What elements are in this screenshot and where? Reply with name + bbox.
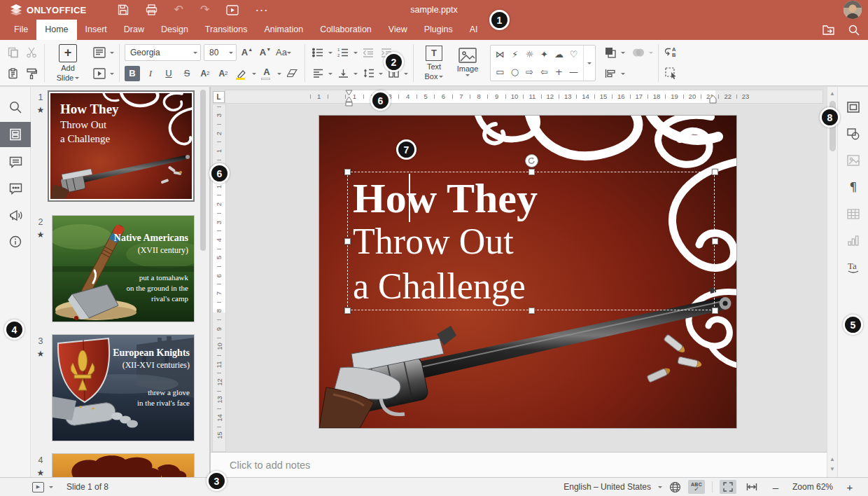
decrease-indent-button[interactable] [360,45,376,60]
numbering-button[interactable]: 12 [335,45,351,60]
replace-text-button[interactable]: AB [664,45,679,60]
tab-collaboration[interactable]: Collaboration [312,20,380,40]
feedback-button[interactable] [0,202,31,228]
merge-shapes-caret[interactable] [649,52,653,56]
tab-home[interactable]: Home [36,20,76,40]
cut-button[interactable] [24,45,39,60]
columns-caret[interactable] [404,73,408,77]
search-icon[interactable] [848,25,860,36]
resize-handle-e[interactable] [712,238,718,244]
right-indent-marker[interactable] [709,95,717,104]
resize-handle-nw[interactable] [344,169,351,175]
chart-settings-button[interactable] [838,228,868,253]
tab-transitions[interactable]: Transitions [197,20,256,40]
slide-thumbnail-2[interactable]: Native Americans (XVII century) put a to… [52,216,194,322]
strikethrough-button[interactable]: S [179,66,195,81]
zoom-level-label[interactable]: Zoom 62% [791,482,834,492]
font-size-select[interactable]: 80 [204,44,237,61]
vertical-align-button[interactable] [335,66,351,81]
preview-caret[interactable] [110,73,114,77]
highlight-color-caret[interactable] [252,73,256,77]
set-language-globe-icon[interactable] [669,481,681,493]
rotation-handle[interactable] [525,154,538,167]
resize-handle-se[interactable] [712,308,718,314]
resize-handle-ne[interactable] [712,169,718,175]
line-spacing-button[interactable] [360,66,376,81]
horizontal-align-button[interactable] [310,66,326,81]
find-button[interactable] [0,95,31,120]
arrange-shape-caret[interactable] [621,52,625,56]
slide-thumbnail-4[interactable] [52,454,194,477]
resize-handle-s[interactable] [528,308,535,314]
shape-gallery-item[interactable]: + [555,67,563,77]
horizontal-align-caret[interactable] [328,73,332,77]
indent-marker[interactable] [345,90,353,107]
line-spacing-caret[interactable] [379,73,383,77]
decrease-font-size-button[interactable]: A▼ [258,45,273,60]
shape-gallery-item[interactable]: ⇨ [526,67,533,77]
select-tool-button[interactable] [664,66,679,81]
highlight-color-button[interactable] [234,66,249,81]
shape-gallery-item[interactable]: — [569,67,578,77]
slide-settings-button[interactable] [838,95,868,120]
change-case-button[interactable]: Aa [276,45,291,60]
tab-stop-selector[interactable]: L [213,91,225,103]
zoom-out-button[interactable]: – [767,480,784,494]
fit-to-width-button[interactable] [743,480,760,494]
more-quick-actions-button[interactable]: ··· [255,5,269,15]
align-shapes-button[interactable] [603,66,618,81]
font-color-button[interactable]: A [259,66,274,81]
text-art-settings-button[interactable]: Ta [838,254,868,280]
redo-button[interactable]: ↷ [200,4,209,15]
resize-handle-n[interactable] [528,169,535,175]
shape-gallery-item[interactable]: ☼ [526,49,534,60]
slide-thumbnail-1[interactable]: How They Throw Out a Challenge [48,90,195,202]
shape-gallery-item[interactable]: ☁ [554,49,564,60]
selected-text-box[interactable] [347,172,715,310]
slide-thumbnail-3[interactable]: European Knights (XII-XVI centuries) thr… [52,335,194,441]
image-settings-button[interactable] [838,148,868,173]
slides-panel-button[interactable] [0,122,31,147]
font-color-caret[interactable] [277,73,281,77]
merge-shapes-button[interactable] [631,45,646,60]
bold-button[interactable]: B [125,66,140,81]
table-settings-button[interactable] [838,201,868,226]
tab-draw[interactable]: Draw [115,20,153,40]
user-avatar[interactable] [844,1,862,19]
tab-design[interactable]: Design [153,20,197,40]
tab-insert[interactable]: Insert [77,20,115,40]
increase-font-size-button[interactable]: A▲ [239,45,255,60]
shape-gallery-item[interactable]: ⚡ [512,49,518,60]
font-name-select[interactable]: Georgia [125,44,201,61]
tab-view[interactable]: View [380,20,416,40]
fit-to-slide-button[interactable] [720,480,736,494]
print-button[interactable] [146,4,158,15]
about-button[interactable] [0,229,31,254]
comments-button[interactable] [0,149,31,174]
add-slide-button[interactable]: + Add Slide [50,44,86,82]
clear-style-button[interactable] [284,66,300,81]
shape-gallery-more-button[interactable] [583,46,595,81]
italic-button[interactable]: I [143,66,158,81]
bullets-caret[interactable] [328,52,332,56]
numbering-caret[interactable] [354,52,358,56]
shape-gallery-item[interactable]: ⋈ [496,49,505,60]
notes-scroll-down-button[interactable]: ▼ [827,466,837,472]
shape-gallery-item[interactable]: ⇦ [540,67,548,77]
subscript-button[interactable]: A2 [216,66,231,81]
spell-checking-button[interactable]: ABC✓ [688,480,705,494]
tab-animation[interactable]: Animation [256,20,312,40]
slideshow-mode-caret[interactable] [49,486,53,490]
notes-scroll-up-button[interactable]: ▲ [827,456,837,462]
change-slide-layout-button[interactable] [92,45,107,60]
paste-button[interactable] [6,66,21,81]
shape-gallery-item[interactable]: ○ [511,67,519,77]
insert-text-box-button[interactable]: T Text Box [419,46,449,81]
resize-handle-w[interactable] [344,238,351,244]
language-caret[interactable] [658,486,662,490]
vertical-align-caret[interactable] [354,73,358,77]
slide-layout-caret[interactable] [110,52,114,56]
copy-button[interactable] [6,45,21,60]
superscript-button[interactable]: A2 [197,66,213,81]
shape-gallery-item[interactable]: ♡ [570,49,578,60]
